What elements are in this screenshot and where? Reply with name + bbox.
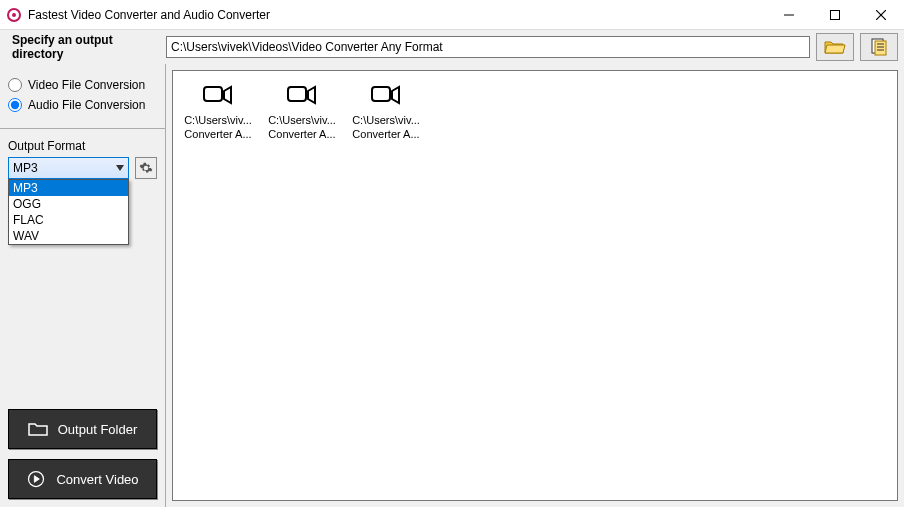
audio-conversion-radio-input[interactable] <box>8 98 22 112</box>
file-path-line1: C:\Users\viv... <box>267 113 337 127</box>
file-item[interactable]: C:\Users\viv... Converter A... <box>267 81 337 141</box>
convert-video-button-label: Convert Video <box>56 472 138 487</box>
output-format-label: Output Format <box>8 139 157 153</box>
maximize-icon <box>830 10 840 20</box>
file-path-line2: Converter A... <box>183 127 253 141</box>
file-list-area[interactable]: C:\Users\viv... Converter A... C:\Users\… <box>172 70 898 501</box>
output-folder-button[interactable]: Output Folder <box>8 409 157 449</box>
video-file-icon <box>203 84 233 106</box>
conversion-type-group: Video File Conversion Audio File Convers… <box>8 72 157 118</box>
minimize-icon <box>784 10 794 20</box>
output-directory-input[interactable] <box>166 36 810 58</box>
output-format-dropdown: MP3 OGG FLAC WAV <box>8 179 129 245</box>
close-button[interactable] <box>858 0 904 30</box>
file-item[interactable]: C:\Users\viv... Converter A... <box>183 81 253 141</box>
open-folder-icon <box>824 39 846 55</box>
video-conversion-radio-input[interactable] <box>8 78 22 92</box>
svg-rect-14 <box>372 87 390 101</box>
format-option[interactable]: OGG <box>9 196 128 212</box>
sidebar-separator <box>0 128 165 129</box>
multi-file-button[interactable] <box>860 33 898 61</box>
output-format-combo[interactable]: MP3 MP3 OGG FLAC WAV <box>8 157 129 179</box>
audio-conversion-radio[interactable]: Audio File Conversion <box>8 98 157 112</box>
close-icon <box>876 10 886 20</box>
video-conversion-radio[interactable]: Video File Conversion <box>8 78 157 92</box>
video-file-icon <box>371 84 401 106</box>
file-path-line2: Converter A... <box>267 127 337 141</box>
folder-icon <box>28 421 48 437</box>
file-path-line2: Converter A... <box>351 127 421 141</box>
format-option[interactable]: WAV <box>9 228 128 244</box>
maximize-button[interactable] <box>812 0 858 30</box>
convert-icon <box>26 469 46 489</box>
audio-conversion-label: Audio File Conversion <box>28 98 145 112</box>
svg-point-1 <box>12 13 16 17</box>
app-icon <box>6 7 22 23</box>
title-bar: Fastest Video Converter and Audio Conver… <box>0 0 904 30</box>
format-option[interactable]: FLAC <box>9 212 128 228</box>
file-list: C:\Users\viv... Converter A... C:\Users\… <box>183 81 887 141</box>
output-folder-button-label: Output Folder <box>58 422 138 437</box>
svg-rect-7 <box>875 41 886 55</box>
video-conversion-label: Video File Conversion <box>28 78 145 92</box>
browse-folder-button[interactable] <box>816 33 854 61</box>
output-format-selected[interactable]: MP3 <box>8 157 129 179</box>
svg-rect-13 <box>288 87 306 101</box>
minimize-button[interactable] <box>766 0 812 30</box>
gear-icon <box>139 161 153 175</box>
file-path-line1: C:\Users\viv... <box>183 113 253 127</box>
convert-video-button[interactable]: Convert Video <box>8 459 157 499</box>
svg-rect-12 <box>204 87 222 101</box>
window-title: Fastest Video Converter and Audio Conver… <box>28 8 766 22</box>
video-file-icon <box>287 84 317 106</box>
output-directory-label: Specify an output directory <box>6 33 166 61</box>
file-path-line1: C:\Users\viv... <box>351 113 421 127</box>
svg-rect-3 <box>831 10 840 19</box>
file-item[interactable]: C:\Users\viv... Converter A... <box>351 81 421 141</box>
sidebar: Video File Conversion Audio File Convers… <box>0 64 166 507</box>
format-settings-button[interactable] <box>135 157 157 179</box>
file-stack-icon <box>869 38 889 56</box>
format-option[interactable]: MP3 <box>9 180 128 196</box>
output-directory-bar: Specify an output directory <box>0 30 904 64</box>
